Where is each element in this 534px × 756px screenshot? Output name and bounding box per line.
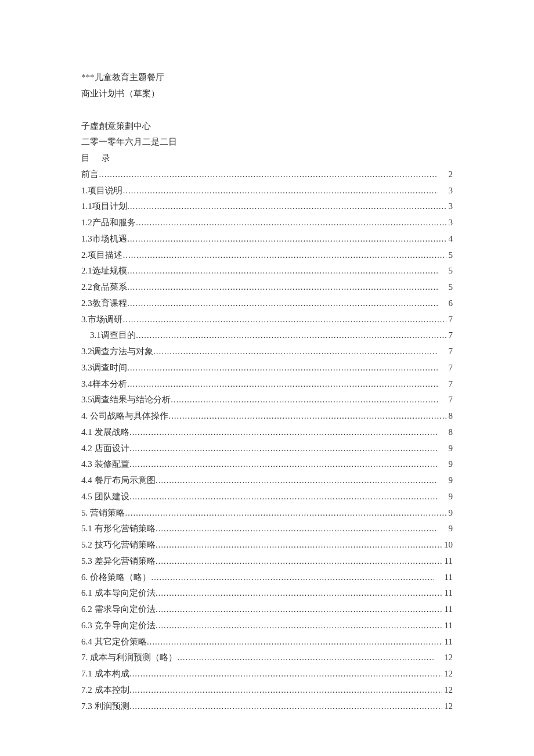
toc-entry-page: 5 <box>438 263 453 279</box>
toc-entry: 5.1 有形化营销策略9 <box>81 521 453 537</box>
toc-leader-dots <box>147 635 442 650</box>
toc-entry-label: 6.3 竞争导向定价法 <box>81 618 156 634</box>
blank-spacer <box>81 102 453 118</box>
toc-leader-dots <box>177 650 434 665</box>
toc-entry-label: 7. 成本与利润预测（略） <box>81 650 177 666</box>
toc-entry-page: 9 <box>446 505 453 521</box>
toc-entry-page: 4 <box>446 231 453 247</box>
toc-leader-dots <box>129 457 438 472</box>
toc-entry-page: 3 <box>446 199 453 215</box>
toc-entry: 1.2产品和服务3 <box>81 215 453 231</box>
toc-entry-label: 2.1选址规模 <box>81 263 127 279</box>
toc-entry-page: 12 <box>434 650 453 666</box>
toc-entry-label: 7.1 成本构成 <box>81 666 129 682</box>
toc-entry-label: 6.2 需求导向定价法 <box>81 602 156 618</box>
toc-entry: 7. 成本与利润预测（略）12 <box>81 650 453 666</box>
toc-leader-dots <box>151 570 434 585</box>
toc-entry-label: 2.3教育课程 <box>81 296 127 312</box>
toc-leader-dots <box>136 328 446 343</box>
toc-entry-page: 7 <box>438 392 453 408</box>
toc-entry: 5. 营销策略9 <box>81 505 453 521</box>
toc-entry-page: 9 <box>438 456 453 473</box>
toc-leader-dots <box>127 361 438 376</box>
toc-leader-dots <box>129 667 442 682</box>
toc-entry-label: 4.1 发展战略 <box>81 424 129 441</box>
toc-leader-dots <box>156 521 438 537</box>
toc-entry: 4.3 装修配置9 <box>81 456 453 473</box>
toc-entry: 1.1项目计划3 <box>81 199 453 215</box>
toc-entry-page: 11 <box>434 570 453 586</box>
table-of-contents: 前言21.项目说明31.1项目计划31.2产品和服务31.3市场机遇42.项目描… <box>81 167 453 715</box>
toc-entry-label: 1.2产品和服务 <box>81 215 136 231</box>
toc-entry-label: 6. 价格策略（略） <box>81 570 151 586</box>
toc-leader-dots <box>153 344 438 359</box>
toc-entry: 3.1调查目的 7 <box>81 327 453 344</box>
toc-entry: 6. 价格策略（略）11 <box>81 570 453 586</box>
toc-entry: 4.2 店面设计9 <box>81 441 453 457</box>
toc-entry: 7.2 成本控制12 <box>81 682 453 699</box>
toc-entry: 2.3教育课程 6 <box>81 296 453 312</box>
toc-entry: 6.3 竞争导向定价法11 <box>81 618 453 634</box>
toc-entry-label: 6.1 成本导向定价法 <box>81 585 156 602</box>
toc-leader-dots <box>122 248 446 263</box>
toc-entry-label: 7.2 成本控制 <box>81 682 129 699</box>
toc-entry: 4.5 团队建设9 <box>81 489 453 505</box>
toc-entry-label: 4.2 店面设计 <box>81 441 129 457</box>
toc-entry-page: 11 <box>442 634 453 650</box>
toc-entry-page: 7 <box>438 376 453 393</box>
toc-entry-label: 1.1项目计划 <box>81 199 127 215</box>
toc-entry-page: 9 <box>438 473 453 489</box>
toc-entry-page: 12 <box>442 682 453 699</box>
toc-entry-label: 2.2食品菜系 <box>81 279 127 296</box>
toc-leader-dots <box>156 618 442 633</box>
toc-entry-page: 11 <box>442 585 453 602</box>
toc-leader-dots <box>127 280 438 295</box>
toc-entry: 3.3调查时间 7 <box>81 360 453 376</box>
toc-entry: 7.1 成本构成12 <box>81 666 453 682</box>
toc-entry-label: 3.4样本分析 <box>81 376 127 393</box>
toc-leader-dots <box>156 602 442 617</box>
toc-entry: 3.5调查结果与结论分析7 <box>81 392 453 408</box>
toc-leader-dots <box>171 393 438 408</box>
toc-entry-label: 3.1调查目的 <box>90 327 136 344</box>
toc-leader-dots <box>122 312 446 327</box>
org-name: 子虛創意策劃中心 <box>81 118 453 135</box>
toc-entry-label: 4.4 餐厅布局示意图 <box>81 473 156 489</box>
toc-entry-label: 5.2 技巧化营销策略 <box>81 537 156 553</box>
toc-entry-label: 6.4 其它定价策略 <box>81 634 147 650</box>
doc-title-1: ***儿童教育主题餐厅 <box>81 70 453 86</box>
toc-entry: 2.1选址规模 5 <box>81 263 453 279</box>
toc-entry: 3.4样本分析7 <box>81 376 453 393</box>
toc-leader-dots <box>127 296 438 311</box>
toc-entry-page: 2 <box>438 167 453 183</box>
toc-entry-label: 5.3 差异化营销策略 <box>81 553 156 570</box>
toc-leader-dots <box>156 554 442 569</box>
toc-entry-label: 1.项目说明 <box>81 183 122 199</box>
toc-entry-page: 12 <box>442 666 453 682</box>
toc-entry-label: 1.3市场机遇 <box>81 231 127 247</box>
toc-entry: 2.2食品菜系 5 <box>81 279 453 296</box>
toc-leader-dots <box>156 586 442 601</box>
toc-entry: 5.2 技巧化营销策略10 <box>81 537 453 553</box>
toc-entry-label: 3.3调查时间 <box>81 360 127 376</box>
toc-entry-label: 7.3 利润预测 <box>81 699 129 715</box>
toc-heading: 目 录 <box>81 150 453 167</box>
toc-entry-label: 4.5 团队建设 <box>81 489 129 505</box>
toc-entry: 2.项目描述 5 <box>81 247 453 264</box>
toc-entry-page: 11 <box>442 618 453 634</box>
toc-entry-label: 3.市场调研 <box>81 312 122 328</box>
toc-entry: 6.2 需求导向定价法11 <box>81 602 453 618</box>
toc-entry: 6.1 成本导向定价法11 <box>81 585 453 602</box>
toc-leader-dots <box>99 167 438 182</box>
toc-entry-page: 5 <box>438 279 453 296</box>
toc-leader-dots <box>129 683 442 698</box>
toc-leader-dots <box>129 489 438 505</box>
toc-leader-dots <box>122 183 438 199</box>
toc-entry-page: 7 <box>446 312 453 328</box>
toc-entry-page: 9 <box>438 441 453 457</box>
toc-entry-label: 4.3 装修配置 <box>81 456 129 473</box>
toc-entry: 1.3市场机遇4 <box>81 231 453 247</box>
toc-entry: 5.3 差异化营销策略11 <box>81 553 453 570</box>
toc-entry: 前言2 <box>81 167 453 183</box>
toc-entry-label: 3.5调查结果与结论分析 <box>81 392 171 408</box>
